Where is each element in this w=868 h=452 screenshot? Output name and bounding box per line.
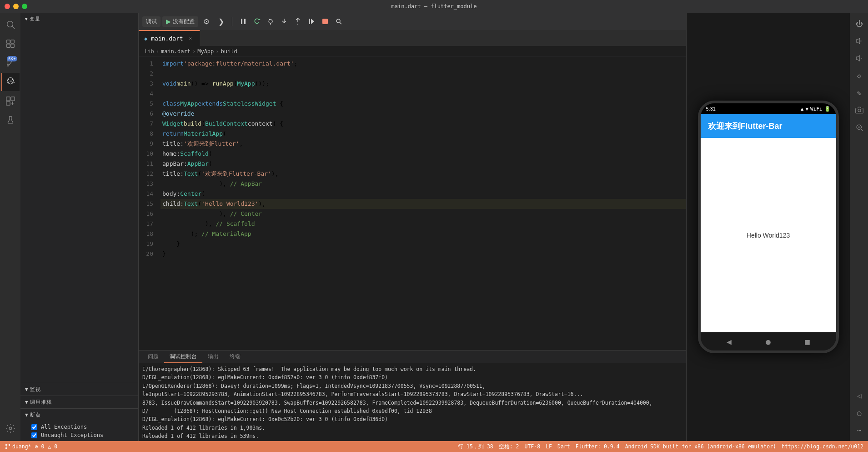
log-line: I/Choreographer(12868): Skipped 63 frame… bbox=[142, 365, 682, 373]
debug-stop-btn[interactable] bbox=[319, 15, 331, 28]
sidebar-variables: ▼ 变量 bbox=[20, 13, 138, 25]
emulator-power-icon[interactable]: ⏻ bbox=[852, 16, 867, 31]
activity-icon-search[interactable] bbox=[1, 15, 20, 34]
svg-point-0 bbox=[7, 21, 13, 27]
emulator-volup-icon[interactable] bbox=[852, 34, 867, 48]
log-line: D/EGL_emulation(12868): eglMakeCurrent: … bbox=[142, 373, 682, 381]
status-eol[interactable]: LF bbox=[546, 443, 552, 450]
svg-point-28 bbox=[336, 19, 340, 23]
emulator-home-icon[interactable]: ○ bbox=[852, 406, 867, 420]
debug-continue-btn[interactable] bbox=[305, 15, 318, 28]
status-errors[interactable]: ⊗ 0 bbox=[35, 443, 45, 450]
svg-line-29 bbox=[340, 23, 342, 25]
activity-icon-settings[interactable] bbox=[1, 419, 20, 437]
maximize-button[interactable] bbox=[22, 4, 27, 9]
svg-rect-4 bbox=[6, 44, 10, 47]
emulator-menu-icon[interactable]: ⋯ bbox=[852, 423, 867, 437]
bottom-tab-output[interactable]: 输出 bbox=[202, 351, 224, 363]
window-controls[interactable] bbox=[5, 4, 27, 9]
status-branch[interactable]: duang* bbox=[5, 443, 31, 450]
status-flutter[interactable]: Flutter: 0.9.4 bbox=[576, 443, 620, 450]
debug-restart-btn[interactable] bbox=[251, 15, 263, 28]
phone-nav-bar: ◀ ● ■ bbox=[701, 332, 836, 350]
svg-point-37 bbox=[5, 447, 6, 448]
tab-close-icon[interactable]: × bbox=[187, 35, 194, 42]
watch-header[interactable]: ▼ 监视 bbox=[20, 383, 138, 396]
tab-main-dart[interactable]: ◆ main.dart × bbox=[139, 30, 200, 46]
play-icon: ▶ bbox=[166, 18, 171, 25]
svg-point-32 bbox=[858, 109, 861, 112]
emulator-erase-icon[interactable]: ◇ bbox=[852, 68, 867, 83]
svg-rect-15 bbox=[6, 97, 10, 101]
status-sdk[interactable]: Android SDK built for x86 (android-x86 e… bbox=[625, 443, 776, 450]
status-bar: duang* ⊗ 0 △ 0 行 15，列 38 空格: 2 UTF-8 LF … bbox=[0, 441, 868, 452]
all-exceptions-checkbox[interactable] bbox=[31, 424, 37, 430]
sidebar-breakpoints: ▼ 断点 All Exceptions Uncaught Exceptions bbox=[20, 409, 138, 441]
status-url[interactable]: https://blog.csdn.net/u012 bbox=[782, 443, 863, 450]
callstack-header[interactable]: ▼ 调用堆栈 bbox=[20, 396, 138, 408]
line-numbers: 1234567891011121314151617181920 bbox=[139, 57, 161, 350]
forward-button[interactable]: ❯ bbox=[215, 15, 227, 28]
log-line: D/ (12868): HostConnection::get() New Ho… bbox=[142, 407, 682, 415]
phone-body: Hello World123 bbox=[701, 138, 836, 332]
emulator-panel: 5:31 ▲ ▼ WiFi 🔋 欢迎来到Flutter-Bar Hello Wo… bbox=[686, 13, 850, 441]
svg-rect-16 bbox=[10, 97, 14, 101]
svg-point-39 bbox=[5, 444, 6, 445]
toolbar-left: 调试 ▶ 没有配置 ⚙ ❯ bbox=[142, 15, 227, 28]
activity-icon-git[interactable]: 5K+ bbox=[1, 54, 20, 72]
debug-button[interactable]: 调试 bbox=[142, 16, 161, 27]
title-bar: main.dart — flutter_module bbox=[0, 0, 868, 13]
status-right: 行 15，列 38 空格: 2 UTF-8 LF Dart Flutter: 0… bbox=[458, 443, 863, 450]
code-content[interactable]: import 'package:flutter/material.dart';v… bbox=[161, 57, 686, 350]
status-language[interactable]: Dart bbox=[557, 443, 570, 450]
emulator-camera-icon[interactable] bbox=[852, 103, 867, 117]
uncaught-exceptions-checkbox[interactable] bbox=[31, 432, 37, 438]
debug-stepout-btn[interactable] bbox=[291, 15, 304, 28]
sidebar-watch: ▼ 监视 bbox=[20, 383, 138, 396]
status-row-col[interactable]: 行 15，列 38 bbox=[458, 443, 493, 450]
minimize-button[interactable] bbox=[13, 4, 19, 9]
bottom-tab-terminal[interactable]: 终端 bbox=[224, 351, 246, 363]
emulator-pen-icon[interactable]: ✎ bbox=[852, 86, 867, 100]
svg-point-6 bbox=[7, 65, 9, 66]
code-editor[interactable]: 1234567891011121314151617181920 import '… bbox=[139, 57, 686, 350]
log-line: Reloaded 1 of 412 libraries in 1,903ms. bbox=[142, 424, 682, 432]
debug-stepover-btn[interactable] bbox=[264, 15, 277, 28]
activity-bar: 5K+ bbox=[0, 13, 20, 441]
debug-stepinto-btn[interactable] bbox=[278, 15, 291, 28]
sidebar: ▼ 变量 ▼ 监视 ▼ 调用堆栈 ▼ 断点 bbox=[20, 13, 139, 441]
status-spaces[interactable]: 空格: 2 bbox=[499, 443, 519, 450]
bottom-panel: 问题 调试控制台 输出 终端 I/Choreographer(12868): S… bbox=[139, 350, 686, 441]
debug-search-btn[interactable] bbox=[332, 15, 345, 28]
phone-nav-back[interactable]: ◀ bbox=[727, 337, 732, 346]
status-encoding[interactable]: UTF-8 bbox=[525, 443, 541, 450]
status-warnings[interactable]: △ 0 bbox=[48, 443, 57, 450]
phone-appbar: 欢迎来到Flutter-Bar bbox=[701, 114, 836, 138]
log-line: I/OpenGLRenderer(12868): Davey! duration… bbox=[142, 382, 682, 390]
settings-button[interactable]: ⚙ bbox=[200, 15, 213, 28]
svg-rect-17 bbox=[6, 102, 10, 105]
svg-rect-20 bbox=[244, 19, 246, 24]
emulator-voldown-icon[interactable] bbox=[852, 51, 867, 66]
phone-nav-home[interactable]: ● bbox=[766, 337, 771, 346]
close-button[interactable] bbox=[5, 4, 10, 9]
svg-rect-19 bbox=[241, 19, 242, 24]
emulator-back-icon[interactable]: ◁ bbox=[852, 388, 867, 403]
activity-icon-debug[interactable] bbox=[1, 73, 20, 91]
phone-nav-square[interactable]: ■ bbox=[805, 337, 810, 346]
variables-header[interactable]: ▼ 变量 bbox=[20, 13, 138, 25]
debug-pause-btn[interactable] bbox=[237, 15, 250, 28]
play-button[interactable]: ▶ 没有配置 bbox=[162, 16, 198, 27]
svg-marker-31 bbox=[856, 56, 860, 61]
svg-marker-30 bbox=[856, 38, 860, 44]
breakpoints-header[interactable]: ▼ 断点 bbox=[20, 409, 138, 421]
phone-frame: 5:31 ▲ ▼ WiFi 🔋 欢迎来到Flutter-Bar Hello Wo… bbox=[698, 101, 839, 353]
activity-icon-lab[interactable] bbox=[1, 111, 20, 129]
svg-rect-3 bbox=[10, 40, 14, 43]
tabs-bar: ◆ main.dart × bbox=[139, 30, 686, 46]
activity-icon-extensions[interactable] bbox=[1, 92, 20, 110]
bottom-tab-debug-console[interactable]: 调试控制台 bbox=[164, 351, 202, 363]
emulator-zoom-icon[interactable] bbox=[852, 120, 867, 135]
activity-icon-explorer[interactable] bbox=[1, 35, 20, 53]
bottom-tab-problems[interactable]: 问题 bbox=[142, 351, 164, 363]
